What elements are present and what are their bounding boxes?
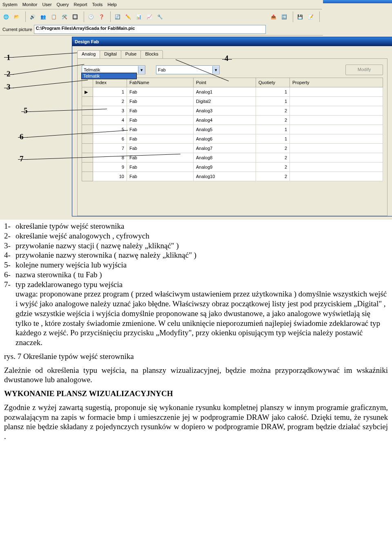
tab-pulse[interactable]: Pulse [121, 50, 141, 58]
cell-point[interactable]: Analog10 [194, 172, 256, 181]
tool-help-icon[interactable]: ❓ [97, 12, 106, 21]
table-row[interactable]: 9FabAnalog92 [82, 163, 383, 172]
cell-property[interactable] [290, 125, 383, 134]
cell-point[interactable]: Analog8 [194, 153, 256, 163]
cell-point[interactable]: Analog4 [194, 116, 256, 125]
table-row[interactable]: ▶1FabAnalog11 [82, 87, 383, 97]
tool-save-icon[interactable]: 💾 [296, 12, 305, 21]
col-property[interactable]: Property [290, 78, 383, 87]
station-dropdown[interactable]: Telmatik ▾ Telmatik [82, 65, 145, 74]
menu-query[interactable]: Query [57, 2, 69, 7]
cell-fabname[interactable]: Fab [127, 163, 194, 172]
cell-property[interactable] [290, 87, 383, 97]
row-selector[interactable] [82, 97, 93, 106]
tool-user-icon[interactable]: 👥 [39, 12, 48, 21]
cell-index[interactable]: 5 [93, 125, 127, 134]
menu-system[interactable]: System [2, 2, 18, 7]
cell-point[interactable]: Analog3 [194, 106, 256, 116]
cell-point[interactable]: Analog1 [194, 87, 256, 97]
cell-quotiety[interactable]: 2 [256, 106, 290, 116]
tool-edit-icon[interactable]: ✏️ [124, 12, 133, 21]
cell-property[interactable] [290, 163, 383, 172]
cell-quotiety[interactable]: 2 [256, 172, 290, 181]
cell-fabname[interactable]: Fab [127, 87, 194, 97]
tab-blocks[interactable]: Blocks [140, 50, 163, 58]
table-row[interactable]: 5FabAnalog51 [82, 125, 383, 134]
row-selector[interactable] [82, 172, 93, 181]
row-selector[interactable] [82, 144, 93, 153]
table-row[interactable]: 3FabAnalog32 [82, 106, 383, 116]
tool-export-icon[interactable]: 📤 [269, 12, 278, 21]
tab-analog[interactable]: Analog [77, 50, 100, 58]
tool-settings-icon[interactable]: 🛠️ [60, 12, 69, 21]
cell-point[interactable]: Analog6 [194, 134, 256, 144]
cell-index[interactable]: 10 [93, 172, 127, 181]
tab-digital[interactable]: Digital [100, 50, 121, 58]
row-selector[interactable]: ▶ [82, 87, 93, 97]
row-selector[interactable] [82, 163, 93, 172]
menu-report[interactable]: Report [74, 2, 87, 7]
station-option-telmatik[interactable]: Telmatik [82, 73, 136, 79]
tool-misc-icon[interactable]: 🔧 [156, 12, 165, 21]
row-selector[interactable] [82, 116, 93, 125]
table-row[interactable]: 10FabAnalog102 [82, 172, 383, 181]
menu-tools[interactable]: Tools [92, 2, 103, 7]
cell-index[interactable]: 6 [93, 134, 127, 144]
cell-property[interactable] [290, 134, 383, 144]
cell-index[interactable]: 7 [93, 144, 127, 153]
tool-notes-icon[interactable]: 📝 [306, 12, 315, 21]
cell-fabname[interactable]: Fab [127, 106, 194, 116]
cell-quotiety[interactable]: 1 [256, 125, 290, 134]
cell-fabname[interactable]: Fab [127, 125, 194, 134]
cell-fabname[interactable]: Fab [127, 116, 194, 125]
table-row[interactable]: 7FabAnalog72 [82, 144, 383, 153]
cell-index[interactable]: 9 [93, 163, 127, 172]
tool-clock-icon[interactable]: 🕐 [87, 12, 96, 21]
cell-quotiety[interactable]: 2 [256, 144, 290, 153]
cell-quotiety[interactable]: 2 [256, 116, 290, 125]
cell-fabname[interactable]: Fab [127, 97, 194, 106]
cell-property[interactable] [290, 144, 383, 153]
cell-fabname[interactable]: Fab [127, 172, 194, 181]
tool-arrow-right-icon[interactable]: ➡️ [280, 12, 289, 21]
cell-index[interactable]: 1 [93, 87, 127, 97]
cell-index[interactable]: 2 [93, 97, 127, 106]
tool-refresh-icon[interactable]: 🔄 [113, 12, 122, 21]
menu-help[interactable]: Help [107, 2, 117, 7]
cell-index[interactable]: 4 [93, 116, 127, 125]
tool-globe-icon[interactable]: 🌐 [2, 12, 11, 21]
tool-report-icon[interactable]: 📋 [49, 12, 58, 21]
cell-point[interactable]: Analog9 [194, 163, 256, 172]
table-row[interactable]: 4FabAnalog42 [82, 116, 383, 125]
cell-property[interactable] [290, 153, 383, 163]
cell-property[interactable] [290, 106, 383, 116]
tool-board-icon[interactable]: 📊 [134, 12, 143, 21]
cell-quotiety[interactable]: 1 [256, 134, 290, 144]
col-quotiety[interactable]: Quotiety [256, 78, 290, 87]
station-dropdown-list[interactable]: Telmatik [81, 73, 137, 79]
table-row[interactable]: 2FabDigital21 [82, 97, 383, 106]
cell-point[interactable]: Analog7 [194, 144, 256, 153]
tool-sound-icon[interactable]: 🔊 [28, 12, 37, 21]
table-row[interactable]: 8FabAnalog82 [82, 153, 383, 163]
cell-quotiety[interactable]: 1 [256, 97, 290, 106]
menu-monitor[interactable]: Monitor [22, 2, 38, 7]
cell-index[interactable]: 8 [93, 153, 127, 163]
tool-chart-icon[interactable]: 📈 [145, 12, 154, 21]
cell-quotiety[interactable]: 2 [256, 163, 290, 172]
row-selector[interactable] [82, 106, 93, 116]
cell-fabname[interactable]: Fab [127, 144, 194, 153]
cell-quotiety[interactable]: 2 [256, 153, 290, 163]
cell-point[interactable]: Analog5 [194, 125, 256, 134]
current-picture-field[interactable]: C:\Program Files\Array\Scada for Fab\Mai… [34, 25, 266, 34]
cell-property[interactable] [290, 97, 383, 106]
cell-index[interactable]: 3 [93, 106, 127, 116]
cell-quotiety[interactable]: 1 [256, 87, 290, 97]
row-selector[interactable] [82, 134, 93, 144]
tool-open-icon[interactable]: 📂 [12, 12, 21, 21]
cell-fabname[interactable]: Fab [127, 134, 194, 144]
cell-point[interactable]: Digital2 [194, 97, 256, 106]
menu-user[interactable]: User [42, 2, 51, 7]
modify-button[interactable]: Modify [345, 65, 383, 75]
cell-property[interactable] [290, 116, 383, 125]
